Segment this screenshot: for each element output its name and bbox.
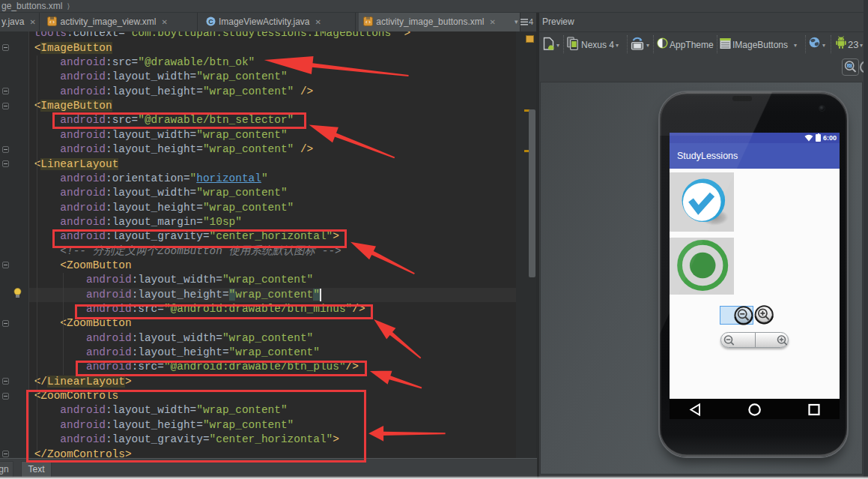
svg-text:C: C xyxy=(208,18,213,25)
svg-text:‹›: ‹› xyxy=(49,19,55,25)
svg-text:‹›: ‹› xyxy=(365,19,371,25)
